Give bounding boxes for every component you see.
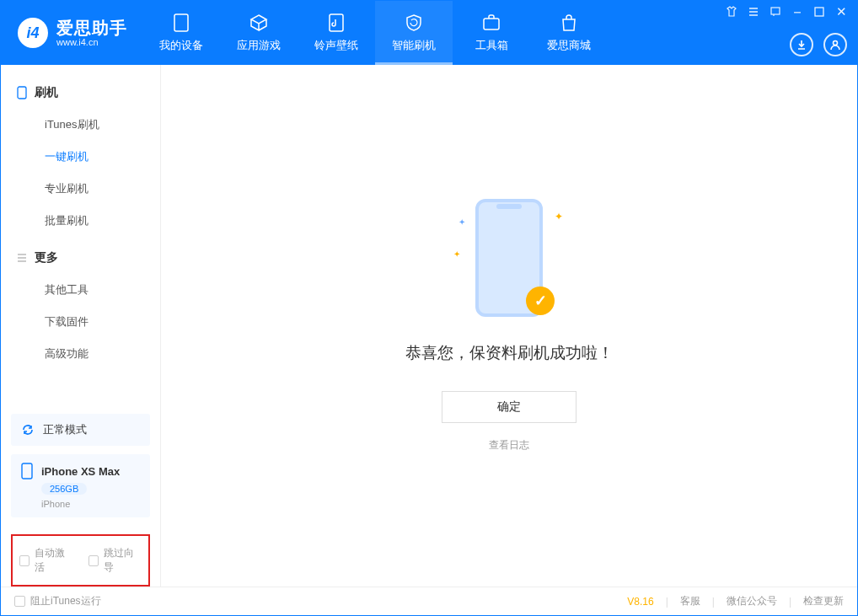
- sparkle-icon: ✦: [453, 249, 460, 259]
- tab-label: 应用游戏: [237, 38, 281, 53]
- svg-rect-0: [174, 14, 188, 31]
- list-icon: [16, 252, 28, 264]
- sidebar-group-head[interactable]: 更多: [1, 242, 160, 274]
- checkbox-label: 跳过向导: [104, 546, 142, 575]
- app-subtitle: www.i4.cn: [56, 37, 127, 47]
- download-icon[interactable]: [790, 33, 813, 56]
- app-title: 爱思助手: [56, 19, 127, 37]
- sidebar-item-download-firmware[interactable]: 下载固件: [1, 306, 160, 338]
- feedback-icon[interactable]: [770, 6, 781, 18]
- tab-ringtones-wallpapers[interactable]: 铃声壁纸: [298, 1, 375, 65]
- close-button[interactable]: ✕: [835, 6, 847, 18]
- device-card[interactable]: iPhone XS Max 256GB iPhone: [11, 454, 150, 517]
- shirt-icon[interactable]: [726, 6, 737, 18]
- view-log-link[interactable]: 查看日志: [489, 438, 529, 453]
- sidebar-item-onekey-flash[interactable]: 一键刷机: [1, 141, 160, 173]
- sidebar-item-other-tools[interactable]: 其他工具: [1, 274, 160, 306]
- device-phone-icon: [21, 463, 33, 479]
- tab-smart-flash[interactable]: 智能刷机: [375, 1, 453, 65]
- tab-label: 爱思商城: [547, 38, 591, 53]
- main-content: ✓ ✦ ✦ ✦ 恭喜您，保资料刷机成功啦！ 确定 查看日志: [161, 65, 857, 587]
- svg-rect-6: [18, 87, 26, 99]
- svg-rect-1: [330, 14, 343, 31]
- footer-link-wechat[interactable]: 微信公众号: [727, 594, 777, 608]
- user-icon[interactable]: [823, 33, 847, 56]
- app-logo-icon: i4: [18, 18, 48, 48]
- device-name: iPhone XS Max: [41, 465, 120, 478]
- footer-link-support[interactable]: 客服: [680, 594, 700, 608]
- svg-rect-2: [484, 19, 499, 29]
- maximize-button[interactable]: [813, 6, 825, 18]
- checkbox-icon: [88, 555, 99, 566]
- nav-tabs: 我的设备 应用游戏 铃声壁纸 智能刷机 工具箱 爱思商城: [142, 1, 608, 65]
- sidebar-item-itunes-flash[interactable]: iTunes刷机: [1, 109, 160, 141]
- tab-store[interactable]: 爱思商城: [530, 1, 608, 65]
- phone-outline-icon: [16, 87, 28, 99]
- skip-guide-checkbox[interactable]: 跳过向导: [88, 546, 142, 575]
- device-type: iPhone: [41, 499, 140, 509]
- svg-rect-3: [771, 8, 780, 14]
- tab-label: 工具箱: [475, 38, 508, 53]
- sidebar: 刷机 iTunes刷机 一键刷机 专业刷机 批量刷机 更多 其他工具 下载固件 …: [1, 65, 161, 587]
- device-capacity-badge: 256GB: [41, 483, 87, 495]
- header: i4 爱思助手 www.i4.cn 我的设备 应用游戏 铃声壁纸 智能刷机: [1, 1, 857, 65]
- ok-button[interactable]: 确定: [442, 391, 576, 423]
- window-controls: － ✕: [726, 6, 847, 18]
- sidebar-group-flash: 刷机 iTunes刷机 一键刷机 专业刷机 批量刷机: [1, 77, 160, 237]
- sparkle-icon: ✦: [555, 211, 563, 222]
- sidebar-item-advanced[interactable]: 高级功能: [1, 338, 160, 370]
- sidebar-group-title: 更多: [35, 250, 58, 265]
- minimize-button[interactable]: －: [791, 6, 803, 18]
- auto-activate-checkbox[interactable]: 自动激活: [19, 546, 73, 575]
- logo-section: i4 爱思助手 www.i4.cn: [1, 18, 142, 48]
- cube-icon: [249, 13, 269, 33]
- success-illustration: ✓ ✦ ✦ ✦: [458, 199, 560, 325]
- mode-status-label: 正常模式: [43, 422, 87, 437]
- shield-refresh-icon: [404, 13, 424, 33]
- phone-icon: [171, 13, 191, 33]
- sidebar-item-batch-flash[interactable]: 批量刷机: [1, 205, 160, 237]
- success-check-icon: ✓: [526, 287, 555, 315]
- sidebar-group-title: 刷机: [35, 85, 58, 100]
- checkbox-icon: [19, 555, 29, 566]
- svg-rect-7: [22, 463, 32, 479]
- tab-apps-games[interactable]: 应用游戏: [220, 1, 298, 65]
- footer: 阻止iTunes运行 V8.16 | 客服 | 微信公众号 | 检查更新: [1, 587, 857, 615]
- tab-label: 智能刷机: [392, 38, 436, 53]
- bag-icon: [559, 13, 579, 33]
- tab-label: 我的设备: [159, 38, 203, 53]
- checkbox-icon: [14, 596, 25, 607]
- tab-label: 铃声壁纸: [314, 38, 358, 53]
- sidebar-item-pro-flash[interactable]: 专业刷机: [1, 173, 160, 205]
- success-message: 恭喜您，保资料刷机成功啦！: [405, 342, 614, 364]
- body: 刷机 iTunes刷机 一键刷机 专业刷机 批量刷机 更多 其他工具 下载固件 …: [1, 65, 857, 587]
- sync-icon: [21, 423, 35, 437]
- checkbox-label: 自动激活: [35, 546, 72, 575]
- mode-status-card[interactable]: 正常模式: [11, 414, 150, 446]
- svg-rect-4: [815, 8, 823, 16]
- version-label: V8.16: [627, 596, 653, 608]
- sidebar-group-more: 更多 其他工具 下载固件 高级功能: [1, 242, 160, 370]
- footer-link-update[interactable]: 检查更新: [803, 594, 844, 608]
- block-itunes-checkbox[interactable]: 阻止iTunes运行: [14, 594, 101, 608]
- menu-icon[interactable]: [748, 6, 759, 18]
- options-highlight-box: 自动激活 跳过向导: [11, 534, 150, 587]
- tab-toolbox[interactable]: 工具箱: [453, 1, 530, 65]
- checkbox-label: 阻止iTunes运行: [30, 594, 101, 608]
- music-file-icon: [326, 13, 346, 33]
- tab-my-device[interactable]: 我的设备: [142, 1, 220, 65]
- sidebar-group-head[interactable]: 刷机: [1, 77, 160, 109]
- briefcase-icon: [481, 13, 501, 33]
- sparkle-icon: ✦: [458, 217, 465, 227]
- svg-point-5: [834, 41, 838, 46]
- app-window: i4 爱思助手 www.i4.cn 我的设备 应用游戏 铃声壁纸 智能刷机: [0, 0, 858, 616]
